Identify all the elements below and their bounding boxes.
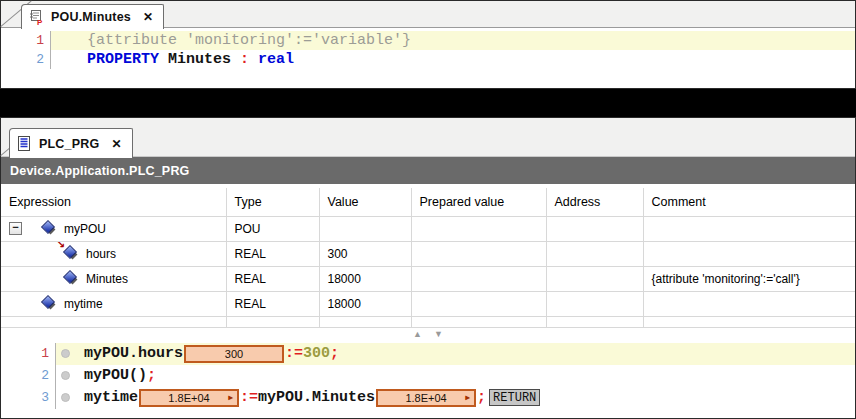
inline-monitoring-value-box[interactable]: 1.8E+04▶ [139, 389, 239, 407]
column-header-prepared-value[interactable]: Prepared value [411, 188, 546, 216]
code-segment: mytime [84, 389, 138, 406]
monitoring-value: 1.8E+04 [168, 392, 209, 404]
empty-cell [319, 316, 411, 327]
expression-cell: −myPOU [1, 216, 226, 241]
breakpoint-dot-icon[interactable] [61, 393, 70, 402]
splitter-up-icon[interactable]: ▲ [413, 330, 422, 339]
type-cell: REAL [226, 266, 319, 291]
code-segment: Minutes [159, 51, 240, 68]
variable-icon [65, 272, 78, 285]
top-tabstrip: P POU.Minutes ✕ [1, 1, 855, 28]
column-header-type[interactable]: Type [226, 188, 319, 216]
code-line-body: {attribute 'monitoring':='variable'} [51, 31, 855, 50]
code-segment: ; [330, 345, 339, 362]
value-cell: 18000 [319, 291, 411, 316]
inline-monitoring-value-box[interactable]: 1.8E+04▶ [376, 389, 476, 407]
line-number: 1 [1, 343, 56, 365]
expression-content: −myPOU [1, 217, 226, 241]
watch-table-row[interactable]: mytimeREAL18000 [1, 291, 855, 316]
line-number: 3 [1, 387, 56, 409]
expression-label: mytime [64, 297, 103, 311]
prepared-value-cell[interactable] [411, 216, 546, 241]
tab-label: POU.Minutes [51, 10, 131, 24]
empty-cell [546, 316, 643, 327]
code-text: mytime1.8E+04▶:=myPOU.Minutes1.8E+04▶;RE… [84, 389, 540, 407]
empty-cell [643, 316, 855, 327]
prepared-value-cell[interactable] [411, 291, 546, 316]
expand-value-arrow-icon[interactable]: ▶ [228, 394, 233, 402]
svg-text:P: P [37, 18, 43, 26]
comment-cell [643, 291, 855, 316]
column-header-value[interactable]: Value [319, 188, 411, 216]
code-line[interactable]: 2myPOU(); [1, 365, 855, 387]
watch-table-row[interactable]: ↘hoursREAL300 [1, 241, 855, 266]
plc-prg-editor-pane: PLC_PRG ✕ Device.Application.PLC_PRG Exp… [0, 117, 856, 419]
comment-cell [643, 216, 855, 241]
expression-cell: Minutes [1, 266, 226, 291]
code-segment: {attribute 'monitoring':='variable'} [87, 32, 411, 49]
code-segment: myPOU.Minutes [258, 389, 375, 406]
expression-content: mytime [1, 292, 226, 316]
breakpoint-dot-icon[interactable] [61, 371, 70, 380]
pane-splitter[interactable]: ▲ ▼ [1, 328, 855, 341]
watch-table-header-row: ExpressionTypeValuePrepared valueAddress… [1, 188, 855, 216]
code-segment: PROPERTY [87, 51, 159, 68]
code-line-body: myPOU.hours300:=300; [56, 343, 855, 365]
codesys-workspace: P POU.Minutes ✕ 1{attribute 'monitoring'… [0, 0, 856, 419]
empty-cell [226, 316, 319, 327]
close-tab-icon[interactable]: ✕ [143, 10, 153, 24]
code-text: myPOU(); [84, 367, 156, 384]
inline-monitoring-value-box[interactable]: 300 [184, 345, 284, 363]
comment-cell: {attribute 'monitoring':='call'} [643, 266, 855, 291]
code-segment: := [240, 389, 258, 406]
code-line-body: myPOU(); [56, 365, 855, 387]
value-cell [319, 216, 411, 241]
code-line[interactable]: 1myPOU.hours300:=300; [1, 343, 855, 365]
expression-cell: mytime [1, 291, 226, 316]
comment-cell [643, 241, 855, 266]
code-segment: ; [477, 389, 486, 406]
breakpoint-dot-icon[interactable] [61, 349, 70, 358]
close-tab-icon[interactable]: ✕ [111, 137, 121, 151]
watch-table: ExpressionTypeValuePrepared valueAddress… [1, 188, 855, 328]
column-header-expression[interactable]: Expression [1, 188, 226, 216]
code-line[interactable]: 3mytime1.8E+04▶:=myPOU.Minutes1.8E+04▶;R… [1, 387, 855, 409]
empty-table-row [1, 316, 855, 327]
code-segment: myPOU() [84, 367, 147, 384]
prepared-value-cell[interactable] [411, 241, 546, 266]
monitoring-value: 300 [225, 348, 243, 360]
expression-cell: ↘hours [1, 241, 226, 266]
bottom-tabstrip: PLC_PRG ✕ [1, 118, 855, 157]
prepared-value-cell[interactable] [411, 266, 546, 291]
expression-content: ↘hours [1, 242, 226, 266]
code-line[interactable]: 1{attribute 'monitoring':='variable'} [1, 31, 855, 50]
column-header-comment[interactable]: Comment [643, 188, 855, 216]
property-pou-icon: P [28, 9, 44, 25]
expand-value-arrow-icon[interactable]: ▶ [465, 394, 470, 402]
line-number: 1 [1, 31, 51, 50]
value-cell: 18000 [319, 266, 411, 291]
address-cell [546, 266, 643, 291]
column-header-address[interactable]: Address [546, 188, 643, 216]
code-line[interactable]: 2PROPERTY Minutes : real [1, 50, 855, 69]
st-code-editor: 1myPOU.hours300:=300;2myPOU();3mytime1.8… [1, 341, 855, 409]
program-document-icon [16, 136, 32, 152]
line-number: 2 [1, 50, 51, 69]
tab-plc-prg[interactable]: PLC_PRG ✕ [9, 128, 133, 158]
address-cell [546, 291, 643, 316]
expand-spacer [9, 297, 22, 310]
code-text: myPOU.hours300:=300; [84, 345, 339, 363]
type-cell: REAL [226, 241, 319, 266]
watch-table-row[interactable]: −myPOUPOU [1, 216, 855, 241]
expression-label: hours [86, 247, 116, 261]
tab-pou-minutes[interactable]: P POU.Minutes ✕ [21, 4, 164, 29]
monitoring-value: 1.8E+04 [405, 392, 446, 404]
watch-table-row[interactable]: MinutesREAL18000{attribute 'monitoring':… [1, 266, 855, 291]
line-number: 2 [1, 365, 56, 387]
code-segment [249, 51, 258, 68]
code-text: PROPERTY Minutes : real [87, 51, 294, 68]
splitter-down-icon[interactable]: ▼ [434, 330, 443, 339]
collapse-toggle[interactable]: − [9, 222, 22, 235]
input-variable-icon: ↘ [65, 247, 78, 260]
code-line-body: PROPERTY Minutes : real [51, 50, 855, 69]
